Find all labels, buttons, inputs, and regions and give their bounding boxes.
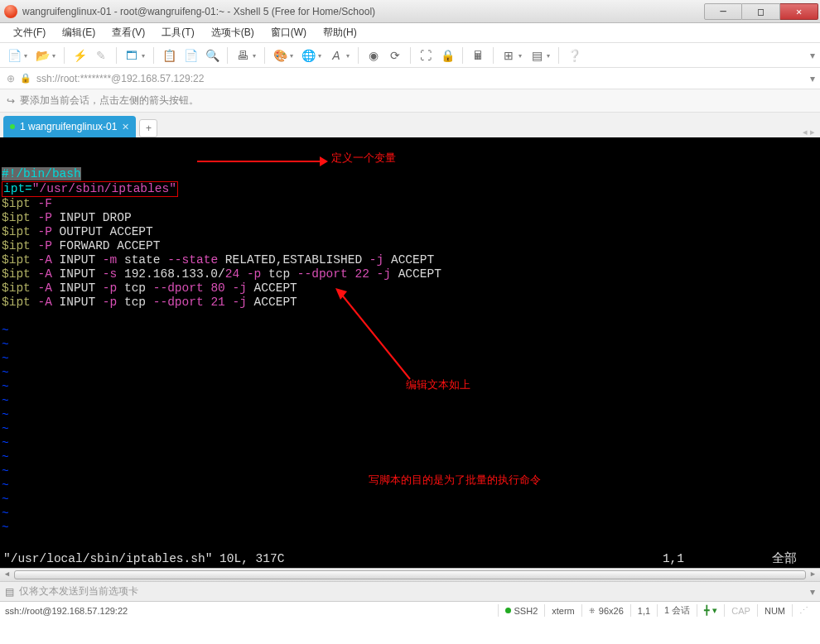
send-hint-text: 仅将文本发送到当前选项卡 bbox=[19, 584, 138, 598]
status-size: ⁜ 96x26 bbox=[581, 604, 630, 617]
toolbar: 📄▾ 📂▾ ⚡ ✎ 🗔▾ 📋 📄 🔍 🖶▾ 🎨▾ 🌐▾ A▾ ◉ ⟳ ⛶ 🔒 🖩… bbox=[0, 43, 820, 68]
connected-dot-icon bbox=[10, 124, 15, 129]
tab-nav-arrows[interactable]: ◂ ▸ bbox=[803, 127, 815, 137]
help-button[interactable]: ❔ bbox=[565, 46, 583, 65]
vim-range: 全部 bbox=[772, 552, 797, 566]
annotation-text-1: 定义一个变量 bbox=[331, 151, 396, 165]
menu-window[interactable]: 窗口(W) bbox=[264, 24, 313, 41]
properties-button[interactable]: 🗔 bbox=[123, 46, 141, 65]
add-tab-button[interactable]: + bbox=[139, 119, 157, 137]
calc-button[interactable]: 🖩 bbox=[469, 46, 487, 65]
copy-button[interactable]: 📋 bbox=[160, 46, 178, 65]
annotation-arrow-1 bbox=[197, 156, 226, 212]
menu-tab[interactable]: 选项卡(B) bbox=[205, 24, 261, 41]
terminal-pane[interactable]: #!/bin/bash ipt="/usr/sbin/iptables" $ip… bbox=[0, 137, 820, 581]
info-hint-text: 要添加当前会话，点击左侧的箭头按钮。 bbox=[20, 94, 199, 108]
transfer-button[interactable]: ⟳ bbox=[386, 46, 404, 65]
lock-button[interactable]: 🔒 bbox=[438, 46, 456, 65]
print-button[interactable]: 🖶 bbox=[234, 46, 252, 65]
tab-label: 1 wangruifenglinux-01 bbox=[20, 121, 117, 132]
font-button[interactable]: A bbox=[327, 46, 345, 65]
addr-overflow-icon[interactable]: ▾ bbox=[810, 73, 815, 84]
annotation-arrow-2 bbox=[335, 288, 418, 387]
info-bar: ↪ 要添加当前会话，点击左侧的箭头按钮。 bbox=[0, 89, 820, 113]
status-connection: ssh://root@192.168.57.129:22 bbox=[5, 606, 128, 616]
cascade-button[interactable]: ▤ bbox=[528, 46, 546, 65]
toolbar-overflow-icon[interactable]: ▾ bbox=[810, 50, 815, 61]
vim-status-line: "/usr/local/sbin/iptables.sh" 10L, 317C … bbox=[3, 552, 817, 566]
lock-icon: 🔒 bbox=[20, 73, 31, 84]
status-bar: ssh://root@192.168.57.129:22 SSH2 xterm … bbox=[0, 601, 820, 619]
term-line-1: #!/bin/bash bbox=[2, 167, 81, 180]
menu-view[interactable]: 查看(V) bbox=[105, 24, 152, 41]
color-button[interactable]: 🎨 bbox=[271, 46, 289, 65]
session-add-icon[interactable]: ⊕ bbox=[7, 73, 15, 84]
new-session-button[interactable]: 📄 bbox=[5, 46, 23, 65]
tile-button[interactable]: ⊞ bbox=[499, 46, 518, 65]
annotation-text-2: 编辑文本如上 bbox=[406, 377, 470, 392]
encoding-button[interactable]: 🌐 bbox=[299, 46, 317, 65]
status-caps: CAP bbox=[724, 604, 757, 617]
scroll-left-icon[interactable]: ◀ bbox=[0, 569, 14, 581]
status-plus[interactable]: ╋ ▾ bbox=[697, 604, 724, 617]
find-button[interactable]: 🔍 bbox=[203, 46, 221, 65]
menu-edit[interactable]: 编辑(E) bbox=[55, 24, 102, 41]
redbox-variable: ipt="/usr/sbin/iptables" bbox=[2, 181, 178, 197]
vim-file-info: "/usr/local/sbin/iptables.sh" 10L, 317C bbox=[3, 552, 284, 566]
window-controls: ─ □ ✕ bbox=[704, 3, 818, 20]
status-num: NUM bbox=[757, 604, 792, 617]
vim-cursor-pos: 1,1 bbox=[663, 552, 684, 566]
info-arrow-icon[interactable]: ↪ bbox=[7, 95, 15, 107]
menu-file[interactable]: 文件(F) bbox=[7, 24, 52, 41]
scroll-right-icon[interactable]: ▶ bbox=[806, 569, 820, 581]
send-bar: ▤ 仅将文本发送到当前选项卡 ▾ bbox=[0, 581, 820, 601]
send-icon[interactable]: ▤ bbox=[5, 586, 14, 598]
app-logo-icon bbox=[4, 5, 17, 18]
reconnect-button[interactable]: ⚡ bbox=[70, 46, 89, 65]
fullscreen-button[interactable]: ⛶ bbox=[417, 46, 435, 65]
window-titlebar: wangruifenglinux-01 - root@wangruifeng-0… bbox=[0, 0, 820, 23]
status-term: xterm bbox=[544, 604, 581, 617]
terminal-h-scrollbar[interactable]: ◀ ▶ bbox=[0, 568, 820, 581]
tab-row: 1 wangruifenglinux-01 ✕ + ◂ ▸ bbox=[0, 113, 820, 137]
minimize-button[interactable]: ─ bbox=[704, 3, 742, 20]
address-text[interactable]: ssh://root:********@192.168.57.129:22 bbox=[36, 73, 204, 84]
send-dropdown-icon[interactable]: ▾ bbox=[810, 586, 815, 598]
session-button[interactable]: ◉ bbox=[364, 46, 383, 65]
status-ssh2: SSH2 bbox=[498, 604, 545, 617]
svg-line-0 bbox=[340, 293, 410, 379]
address-bar: ⊕ 🔒 ssh://root:********@192.168.57.129:2… bbox=[0, 68, 820, 89]
close-button[interactable]: ✕ bbox=[780, 3, 818, 20]
disconnect-button[interactable]: ✎ bbox=[92, 46, 110, 65]
open-button[interactable]: 📂 bbox=[33, 46, 51, 65]
menu-bar: 文件(F) 编辑(E) 查看(V) 工具(T) 选项卡(B) 窗口(W) 帮助(… bbox=[0, 23, 820, 43]
status-rc: 1,1 bbox=[630, 604, 657, 617]
menu-help[interactable]: 帮助(H) bbox=[316, 24, 364, 41]
status-dot-icon bbox=[505, 608, 511, 613]
paste-button[interactable]: 📄 bbox=[181, 46, 200, 65]
status-resize-grip[interactable]: ⋰ bbox=[792, 604, 815, 617]
scroll-thumb[interactable] bbox=[14, 570, 806, 579]
session-tab[interactable]: 1 wangruifenglinux-01 ✕ bbox=[3, 116, 136, 137]
window-title: wangruifenglinux-01 - root@wangruifeng-0… bbox=[22, 6, 704, 17]
tab-close-icon[interactable]: ✕ bbox=[122, 122, 129, 132]
annotation-text-3: 写脚本的目的是为了批量的执行命令 bbox=[369, 473, 541, 487]
maximize-button[interactable]: □ bbox=[742, 3, 780, 20]
status-sessions: 1 会话 bbox=[657, 604, 697, 617]
menu-tools[interactable]: 工具(T) bbox=[155, 24, 200, 41]
